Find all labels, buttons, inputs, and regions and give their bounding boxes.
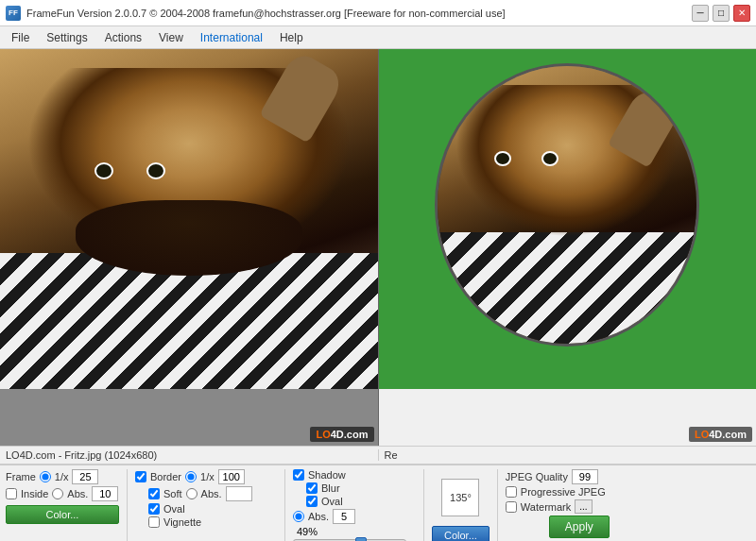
vignette-checkbox[interactable] — [148, 516, 160, 528]
shadow-pct-text: 49% — [297, 526, 318, 537]
maximize-icon: □ — [718, 8, 724, 18]
menu-file[interactable]: File — [4, 29, 37, 46]
apply-button[interactable]: Apply — [549, 516, 610, 538]
border-1x-label: 1/x — [200, 471, 215, 482]
shadow-oval-checkbox[interactable] — [306, 496, 318, 507]
separator-4 — [497, 469, 498, 541]
processed-image — [379, 49, 757, 389]
menu-international-label: International — [200, 31, 263, 44]
title-bar: FF FrameFun Version 2.0.0.7 © 2004-2008 … — [0, 0, 756, 26]
degree-text: 135° — [450, 492, 472, 503]
status-left: LO4D.com - Fritz.jpg (1024x680) — [0, 449, 379, 461]
border-radio-1x[interactable] — [185, 471, 197, 482]
frame-abs-text: Abs. — [67, 488, 88, 499]
frame-value-1x[interactable] — [72, 469, 98, 484]
soft-checkbox[interactable] — [148, 488, 160, 499]
oval-row: Oval — [135, 503, 277, 515]
frame-label: Frame — [6, 471, 36, 482]
frame-value-abs[interactable] — [92, 486, 118, 501]
status-right: Re — [379, 449, 757, 461]
lo4d-watermark-left: LO4D.com — [310, 427, 373, 442]
minimize-button[interactable]: ─ — [692, 5, 709, 22]
menu-international[interactable]: International — [193, 29, 270, 46]
inside-checkbox[interactable] — [6, 488, 17, 499]
oval-label: Oval — [163, 503, 185, 515]
menu-actions[interactable]: Actions — [97, 29, 149, 46]
menu-actions-label: Actions — [105, 31, 142, 44]
maximize-button[interactable]: □ — [713, 5, 730, 22]
border-value-1x[interactable] — [218, 469, 245, 484]
inside-row: Inside Abs. — [6, 486, 119, 501]
cat-lower-face — [76, 200, 302, 276]
close-icon: ✕ — [738, 8, 746, 18]
shadow-abs-radio[interactable] — [293, 511, 304, 522]
progressive-label-text: Progressive JPEG — [521, 486, 606, 498]
dots-label: ... — [579, 501, 587, 512]
menu-view-label: View — [159, 31, 183, 44]
watermark-label-text: Watermark — [521, 501, 571, 513]
shadow-oval-row: Oval — [293, 496, 416, 507]
shadow-label: Shadow — [308, 469, 346, 481]
watermark-row: Watermark ... — [506, 499, 610, 514]
shadow-slider-thumb[interactable] — [355, 537, 367, 541]
app-title: FrameFun Version 2.0.0.7 © 2004-2008 fra… — [26, 8, 506, 19]
separator-3 — [423, 469, 424, 541]
degree-display: 135° — [441, 479, 479, 516]
color-button-right[interactable]: Color... — [432, 526, 490, 541]
shadow-oval-label-text: Oval — [321, 496, 343, 507]
progressive-checkbox[interactable] — [506, 486, 517, 498]
vignette-row: Vignette — [135, 516, 277, 528]
app-icon-text: FF — [9, 8, 18, 17]
frame-radio-1x[interactable] — [40, 471, 51, 482]
frame-radio-abs[interactable] — [52, 488, 63, 499]
right-image-panel: LO4D.com Save File... Ctrl+S Copy to Cli… — [379, 49, 757, 446]
shadow-abs-row: Abs. — [293, 509, 416, 524]
menu-help[interactable]: Help — [272, 29, 311, 46]
watermark-checkbox[interactable] — [506, 501, 517, 513]
frame-group: Frame 1/x Inside Abs. Color... — [6, 469, 119, 524]
left-image-panel: LO4D.com — [0, 49, 379, 446]
vignette-label-text: Vignette — [163, 516, 201, 528]
border-abs-text: Abs. — [201, 488, 222, 499]
shadow-oval-label: Oval — [321, 496, 343, 507]
separator-1 — [127, 469, 128, 541]
lo4d-watermark-right: LO4D.com — [689, 427, 752, 442]
vignette-label: Vignette — [163, 516, 201, 528]
shadow-abs-value[interactable] — [333, 509, 355, 524]
menu-settings-label: Settings — [46, 31, 87, 44]
border-label: Border — [150, 471, 181, 482]
status-left-text: LO4D.com - Fritz.jpg (1024x680) — [6, 449, 157, 461]
inside-label-text: Inside — [21, 488, 48, 499]
border-radio-abs[interactable] — [186, 488, 198, 499]
menu-settings[interactable]: Settings — [39, 29, 94, 46]
menu-view[interactable]: View — [151, 29, 191, 46]
oval-checkbox[interactable] — [148, 503, 160, 515]
soft-label-text: Soft — [163, 488, 182, 499]
border-abs-label: Abs. — [201, 488, 222, 499]
frame-1x-label: 1/x — [55, 471, 69, 482]
color-button-left[interactable]: Color... — [6, 505, 119, 524]
oval-stripes — [438, 232, 696, 344]
frame-abs-label: Abs. — [67, 488, 88, 499]
shadow-checkbox[interactable] — [293, 469, 304, 481]
status-right-text: Re — [385, 449, 398, 461]
oval-eye-right — [541, 151, 558, 166]
separator-2 — [284, 469, 285, 541]
jpeg-quality-label-text: JPEG Quality — [506, 471, 568, 482]
status-bar: LO4D.com - Fritz.jpg (1024x680) Re — [0, 446, 756, 465]
frame-row: Frame 1/x — [6, 469, 119, 484]
soft-row: Soft Abs. — [135, 486, 277, 501]
apply-label: Apply — [565, 520, 593, 533]
jpeg-quality-input[interactable] — [572, 469, 598, 484]
controls-area: Frame 1/x Inside Abs. Color... — [0, 465, 756, 541]
blur-checkbox[interactable] — [306, 482, 318, 494]
blur-row: Blur — [293, 482, 416, 494]
app-icon: FF — [6, 6, 21, 21]
border-value-abs[interactable] — [226, 486, 252, 501]
cat-eye-right — [146, 162, 165, 179]
border-checkbox[interactable] — [135, 471, 146, 482]
minimize-icon: ─ — [696, 8, 703, 18]
watermark-dots-button[interactable]: ... — [575, 499, 592, 514]
close-button[interactable]: ✕ — [733, 5, 750, 22]
color-btn-left-label: Color... — [46, 509, 79, 520]
